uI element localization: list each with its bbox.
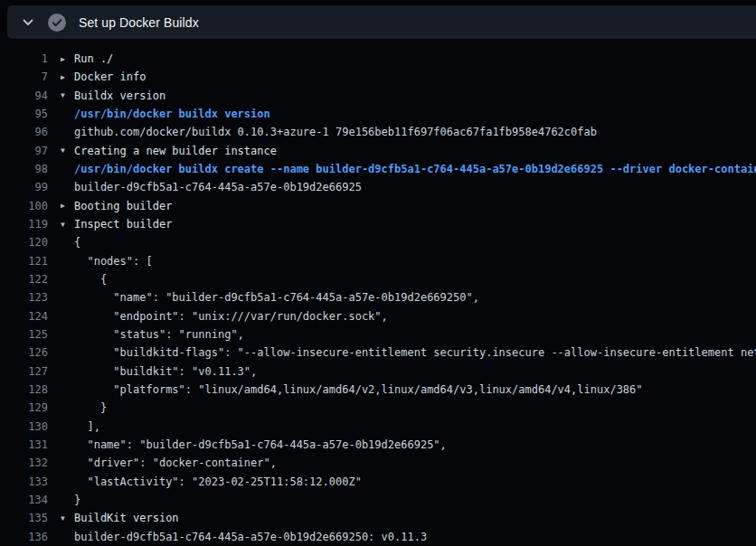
log-text: "platforms": "linux/amd64,linux/amd64/v2… [74,383,643,396]
log-text: "lastActivity": "2023-02-25T11:58:12.000… [74,475,362,488]
log-text: builder-d9cfb5a1-c764-445a-a57e-0b19d2e6… [74,181,362,193]
line-number[interactable]: 1 [0,52,48,65]
line-number[interactable]: 131 [0,438,48,451]
log-line: 127 "buildkit": "v0.11.3", [0,362,756,381]
line-number[interactable]: 125 [0,328,48,341]
log-text: "status": "running", [74,328,244,341]
log-line: 130 ], [0,418,756,436]
log-text: "endpoint": "unix:///var/run/docker.sock… [74,310,388,323]
log-container: 1 ▶ Run ./ 7 ▶ Docker info 94 ▼ Buildx v… [0,50,756,546]
group-toggle-icon: ▶ [48,73,74,81]
log-text: "name": "builder-d9cfb5a1-c764-445a-a57e… [74,438,447,451]
log-text: Docker info [74,71,146,83]
line-number[interactable]: 129 [0,401,48,414]
line-number[interactable]: 130 [0,420,48,433]
log-text: builder-d9cfb5a1-c764-445a-a57e-0b19d2e6… [74,531,427,543]
line-number[interactable]: 134 [0,494,48,506]
log-text: Inspect builder [74,218,172,231]
line-number[interactable]: 135 [0,512,48,524]
log-line: 126 "buildkitd-flags": "--allow-insecure… [0,344,756,362]
log-text: } [74,494,80,506]
step-title: Set up Docker Buildx [79,15,199,30]
log-text: /usr/bin/docker buildx version [74,108,270,120]
log-group-line[interactable]: 119 ▼ Inspect builder [0,215,756,233]
log-line: 121 "nodes": [ [0,252,756,270]
log-line: 123 "name": "builder-d9cfb5a1-c764-445a-… [0,288,756,306]
log-text: { [74,236,80,249]
log-text: } [74,401,107,414]
log-text: "nodes": [ [74,255,153,268]
chevron-down-icon[interactable] [18,13,38,33]
group-toggle-icon: ▼ [48,146,74,155]
log-line: 132 "driver": "docker-container", [0,454,756,472]
log-line: 136 builder-d9cfb5a1-c764-445a-a57e-0b19… [0,528,756,546]
log-line: 95 /usr/bin/docker buildx version [0,105,756,123]
group-toggle-icon: ▼ [48,221,74,229]
log-text: { [74,273,107,286]
line-number[interactable]: 97 [0,145,48,157]
line-number[interactable]: 122 [0,273,48,286]
log-line: 134 } [0,491,756,509]
log-line: 133 "lastActivity": "2023-02-25T11:58:12… [0,473,756,491]
log-text: /usr/bin/docker buildx create --name bui… [74,163,756,175]
log-line: 124 "endpoint": "unix:///var/run/docker.… [0,307,756,325]
line-number[interactable]: 7 [0,71,48,83]
line-number[interactable]: 99 [0,181,48,193]
log-line: 96 github.com/docker/buildx 0.10.3+azure… [0,123,756,141]
log-text: Booting builder [74,200,172,212]
log-group-line[interactable]: 7 ▶ Docker info [0,68,756,86]
log-text: Run ./ [74,52,113,65]
line-number[interactable]: 133 [0,475,48,488]
line-number[interactable]: 136 [0,531,48,543]
line-number[interactable]: 94 [0,89,48,102]
log-line: 99 builder-d9cfb5a1-c764-445a-a57e-0b19d… [0,178,756,196]
log-group-line[interactable]: 135 ▼ BuildKit version [0,509,756,527]
group-toggle-icon: ▼ [48,514,74,522]
line-number[interactable]: 132 [0,457,48,469]
group-toggle-icon: ▶ [48,55,74,63]
log-text: ], [74,420,100,433]
group-toggle-icon: ▶ [48,202,74,210]
line-number[interactable]: 124 [0,310,48,323]
log-group-line[interactable]: 1 ▶ Run ./ [0,50,756,68]
line-number[interactable]: 98 [0,163,48,175]
step-header[interactable]: Set up Docker Buildx [7,5,756,39]
log-line: 131 "name": "builder-d9cfb5a1-c764-445a-… [0,436,756,454]
log-text: "name": "builder-d9cfb5a1-c764-445a-a57e… [74,291,479,304]
group-toggle-icon: ▼ [48,91,74,99]
log-line: 125 "status": "running", [0,325,756,344]
line-number[interactable]: 120 [0,236,48,249]
log-text: "buildkit": "v0.11.3", [74,365,257,378]
log-text: BuildKit version [74,512,179,524]
line-number[interactable]: 123 [0,291,48,304]
log-line: 98 /usr/bin/docker buildx create --name … [0,160,756,178]
check-circle-icon [48,14,66,32]
log-text: "buildkitd-flags": "--allow-insecure-ent… [74,346,756,359]
log-text: Buildx version [74,89,165,102]
line-number[interactable]: 119 [0,218,48,231]
log-line: 128 "platforms": "linux/amd64,linux/amd6… [0,381,756,399]
line-number[interactable]: 96 [0,126,48,138]
log-line: 122 { [0,270,756,288]
line-number[interactable]: 100 [0,200,48,212]
log-text: Creating a new builder instance [74,145,277,157]
log-group-line[interactable]: 100 ▶ Booting builder [0,197,756,215]
line-number[interactable]: 95 [0,108,48,120]
line-number[interactable]: 126 [0,346,48,359]
line-number[interactable]: 128 [0,383,48,396]
log-group-line[interactable]: 97 ▼ Creating a new builder instance [0,142,756,160]
log-group-line[interactable]: 94 ▼ Buildx version [0,87,756,105]
log-text: "driver": "docker-container", [74,457,277,469]
line-number[interactable]: 121 [0,255,48,268]
log-text: github.com/docker/buildx 0.10.3+azure-1 … [74,126,597,138]
line-number[interactable]: 127 [0,365,48,378]
log-line: 129 } [0,399,756,417]
log-line: 120 { [0,233,756,251]
